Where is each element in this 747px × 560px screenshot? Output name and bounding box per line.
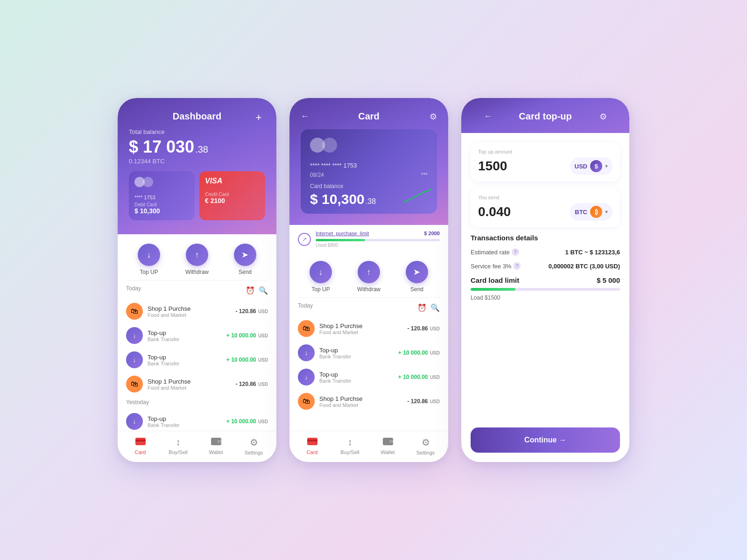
- trans-actions: ⏰ 🔍: [246, 286, 268, 295]
- topup-trans-icon-2: ↓: [126, 351, 143, 368]
- nav-wallet-label: Wallet: [209, 449, 223, 455]
- btc-icon: ₿: [590, 206, 602, 218]
- card-today-label: Today: [298, 302, 313, 309]
- card-nav-card[interactable]: Card: [301, 437, 324, 455]
- balance-label: Total balance: [129, 128, 265, 135]
- card-send-button[interactable]: ➤ Send: [406, 261, 428, 293]
- withdraw-icon: ↑: [186, 244, 208, 266]
- load-sub: Load $1500: [471, 294, 620, 301]
- card-cvv: ***: [421, 172, 428, 178]
- trans-info-c2: Top-up Bank Transfer: [319, 347, 394, 359]
- topup-back-button[interactable]: ←: [484, 112, 492, 121]
- shop-icon-2: 🛍: [126, 376, 143, 392]
- search-icon[interactable]: 🔍: [259, 286, 268, 295]
- nav-buysell-label: Buy/Sell: [169, 449, 187, 455]
- action-buttons: ↓ Top UP ↑ Withdraw ➤ Send: [118, 234, 276, 280]
- load-limit-row: Card load limit $ 5 000: [471, 276, 620, 284]
- topup-settings-button[interactable]: ⚙: [599, 112, 607, 122]
- help-icon[interactable]: ?: [512, 248, 519, 256]
- svg-point-5: [218, 441, 220, 442]
- card-withdraw-button[interactable]: ↑ Withdraw: [357, 261, 381, 293]
- card-display: **** **** **** 1753 08/24 *** Card balan…: [301, 129, 437, 214]
- topup-button[interactable]: ↓ Top UP: [138, 244, 160, 275]
- card-nav-wallet-label: Wallet: [381, 449, 395, 455]
- topup-amount-value[interactable]: 1500: [478, 159, 507, 174]
- card-trans-2: ↓ Top-up Bank Transfer + 10 000.00 USD: [298, 341, 440, 365]
- trans-info-c1: Shop 1 Purchse Food and Market: [319, 322, 402, 335]
- nav-settings-label: Settings: [245, 450, 263, 455]
- card-nav-settings[interactable]: ⚙ Settings: [414, 437, 437, 455]
- estimated-rate-row: Estimated rate ? 1 BTC ~ $ 123123,6: [471, 248, 620, 256]
- back-button[interactable]: ←: [301, 112, 309, 121]
- clock-icon: ⏰: [246, 286, 255, 295]
- topup-currency-badge[interactable]: USD $ ▾: [570, 157, 613, 175]
- search-icon-2[interactable]: 🔍: [430, 303, 440, 312]
- send-icon: ➤: [234, 244, 256, 266]
- topup-header: ← Card top-up ⚙: [461, 98, 629, 133]
- trans-amt-c2: + 10 000.00 USD: [398, 350, 440, 356]
- buysell-icon: ↕: [176, 437, 181, 448]
- progress-fill: [316, 239, 365, 241]
- settings-icon: ⚙: [250, 437, 258, 448]
- you-send-box: You send 0.040 BTC ₿ ▾: [471, 188, 620, 227]
- trans-info-3: Top-up Bank Transfer: [148, 354, 222, 366]
- continue-label: Continue →: [524, 436, 566, 444]
- trans-info: Shop 1 Purchse Food and Market: [148, 305, 231, 318]
- chevron-down-icon-2: ▾: [605, 209, 608, 215]
- card-trans-4: 🛍 Shop 1 Purchse Food and Market - 120.8…: [298, 389, 440, 413]
- cards-row: **** 1753 Debit Card $ 10,300 VISA Credi…: [129, 171, 265, 220]
- topup-body: Top up amount 1500 USD $ ▾ You send 0.04…: [461, 133, 629, 351]
- card-nav-wallet[interactable]: Wallet: [376, 437, 400, 455]
- today-section: Today ⏰ 🔍 🛍 Shop 1 Purchse Food and Mark…: [118, 285, 276, 438]
- card-date-row: 08/24 ***: [310, 172, 428, 178]
- card-topup-button[interactable]: ↓ Top UP: [310, 261, 332, 293]
- add-button[interactable]: +: [252, 111, 265, 124]
- continue-button[interactable]: Continue →: [471, 427, 620, 453]
- dashboard-title: Dashboard: [129, 111, 265, 122]
- topup-amount-label: Top up amount: [478, 149, 613, 154]
- topup-trans-icon: ↓: [126, 327, 143, 344]
- nav-settings[interactable]: ⚙ Settings: [242, 437, 266, 455]
- card-withdraw-label: Withdraw: [357, 286, 381, 293]
- card-nav-buysell-label: Buy/Sell: [340, 449, 359, 455]
- debit-card[interactable]: **** 1753 Debit Card $ 10,300: [129, 171, 195, 220]
- nav-wallet[interactable]: Wallet: [204, 437, 228, 455]
- topup-label: Top UP: [140, 269, 158, 275]
- trans-amount-4: - 120.86 USD: [235, 381, 268, 387]
- send-button[interactable]: ➤ Send: [234, 244, 256, 275]
- bottom-nav: Card ↕ Buy/Sell Wallet ⚙ Settings: [118, 431, 276, 462]
- card-header-row: ← Card ⚙: [301, 111, 437, 122]
- card-logo: [134, 177, 189, 187]
- nav-card[interactable]: Card: [129, 437, 152, 455]
- topup-header-row: ← Card top-up ⚙: [472, 111, 618, 122]
- trans-amt-c3: + 10 000.00 USD: [398, 374, 440, 380]
- progress-sub: Used $800: [316, 243, 440, 248]
- card-type: Debit Card: [134, 202, 189, 207]
- svg-rect-7: [307, 440, 317, 441]
- load-fill: [471, 288, 515, 291]
- withdraw-label: Withdraw: [185, 269, 209, 275]
- trans-info-c3: Top-up Bank Transfer: [319, 371, 394, 384]
- btc-currency-badge[interactable]: BTC ₿ ▾: [570, 203, 613, 221]
- topup-icon: ↓: [138, 244, 160, 266]
- card-nav-buysell[interactable]: ↕ Buy/Sell: [338, 437, 362, 455]
- trans-amt-c1: - 120.86 USD: [407, 325, 440, 332]
- card-action-buttons: ↓ Top UP ↑ Withdraw ➤ Send: [289, 252, 448, 297]
- credit-card[interactable]: VISA Credit Card € 2100: [199, 171, 265, 220]
- buysell-icon-2: ↕: [348, 437, 352, 448]
- btc-balance: 0.12344 BTC: [129, 158, 265, 165]
- circle-right: [143, 177, 153, 187]
- load-limit-label: Card load limit: [471, 276, 519, 284]
- load-limit-value: $ 5 000: [597, 276, 620, 284]
- wallet-icon-2: [383, 437, 393, 448]
- dashboard-header: Dashboard + Total balance $ 17 030.38 0.…: [118, 98, 276, 234]
- card-topup-label: Top UP: [311, 286, 330, 293]
- nav-buysell[interactable]: ↕ Buy/Sell: [167, 437, 190, 455]
- card-topup-icon: ↓: [310, 261, 332, 283]
- you-send-value[interactable]: 0.040: [478, 204, 511, 219]
- withdraw-button[interactable]: ↑ Withdraw: [185, 244, 209, 275]
- load-bar: [471, 288, 620, 291]
- settings-button[interactable]: ⚙: [430, 112, 437, 122]
- help-icon-2[interactable]: ?: [513, 262, 521, 270]
- shop-icon: 🛍: [126, 303, 143, 320]
